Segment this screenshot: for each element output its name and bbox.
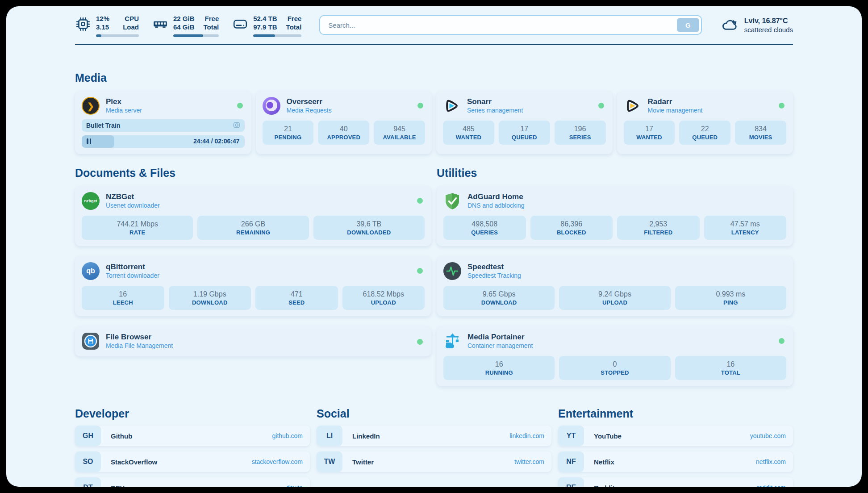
bookmark-abbr: NF — [558, 451, 584, 472]
bookmark-github[interactable]: GH Github github.com — [75, 426, 310, 446]
search-bar: G — [319, 15, 701, 35]
cpu-icon — [75, 16, 91, 32]
bookmark-name: Twitter — [352, 458, 374, 466]
nzbget-icon: nzbget — [82, 192, 100, 210]
bookmark-name: Reddit — [594, 484, 615, 487]
status-dot — [417, 339, 423, 345]
stat-tile: 834MOVIES — [735, 121, 786, 145]
status-dot — [417, 268, 423, 274]
bookmark-youtube[interactable]: YT YouTube youtube.com — [558, 426, 793, 446]
bookmark-url: twitter.com — [514, 458, 544, 465]
bookmark-netflix[interactable]: NF Netflix netflix.com — [558, 451, 793, 472]
bookmark-linkedin[interactable]: LI LinkedIn linkedin.com — [317, 426, 551, 446]
weather-widget: Lviv, 16.87°C scattered clouds — [721, 16, 793, 34]
stat-tile: 1.19 GbpsDOWNLOAD — [169, 286, 251, 310]
stat-label: STOPPED — [562, 369, 668, 377]
stat-tile: 17QUEUED — [499, 121, 550, 145]
section-title-developer: Developer — [75, 407, 310, 420]
bookmark-abbr: DT — [75, 477, 101, 487]
cpu-label-1: CPU — [125, 14, 139, 23]
stat-tile: 40APPROVED — [318, 121, 369, 145]
app-subtitle: Media server — [106, 106, 142, 115]
app-title: Media Portainer — [467, 332, 533, 342]
stat-tile: 47.57 msLATENCY — [704, 216, 787, 240]
cpu-progress-fill — [96, 34, 101, 37]
cpu-progress — [96, 34, 139, 37]
stat-label: REMAINING — [200, 229, 306, 237]
app-card-portainer[interactable]: Media Portainer Container management 16R… — [437, 326, 793, 386]
stat-value: 21 — [265, 124, 311, 134]
stat-value: 40 — [321, 124, 367, 134]
weather-condition: scattered clouds — [744, 25, 793, 34]
app-card-overseerr[interactable]: Overseerr Media Requests 21PENDING 40APP… — [256, 91, 432, 154]
app-card-speedtest[interactable]: Speedtest Speedtest Tracking 9.65 GbpsDO… — [437, 256, 793, 316]
ram-widget: 22 GiBFree 64 GiBTotal — [152, 14, 219, 37]
stat-tile: 86,396BLOCKED — [530, 216, 613, 240]
stat-label: TOTAL — [678, 369, 784, 377]
bookmark-abbr: GH — [75, 426, 101, 446]
stat-label: DOWNLOADED — [316, 229, 422, 237]
stat-label: SERIES — [557, 134, 603, 142]
bookmark-url: dev.to — [286, 484, 303, 487]
bookmark-name: Github — [111, 432, 132, 440]
utilities-column: Utilities AdGuard Home DNS and adblockin… — [437, 166, 793, 386]
search-engine-button[interactable]: G — [677, 18, 699, 32]
overseerr-icon — [263, 97, 280, 115]
stat-label: UPLOAD — [345, 299, 422, 307]
bookmark-url: github.com — [272, 432, 303, 439]
app-card-adguard[interactable]: AdGuard Home DNS and adblocking 498,508Q… — [437, 186, 793, 246]
stat-value: 266 GB — [200, 219, 306, 229]
camera-icon — [233, 121, 240, 130]
stat-tile: 0STOPPED — [559, 356, 670, 380]
portainer-icon — [443, 332, 461, 350]
app-card-sonarr[interactable]: Sonarr Series management 485WANTED 17QUE… — [436, 91, 613, 154]
stat-label: RUNNING — [446, 369, 552, 377]
ram-progress — [173, 34, 219, 37]
bookmark-stackoverflow[interactable]: SO StackOverflow stackoverflow.com — [75, 451, 310, 472]
stat-tile: 471SEED — [255, 286, 338, 310]
stat-tile: 945AVAILABLE — [374, 121, 425, 145]
plex-icon: ❯ — [82, 97, 100, 115]
stat-value: 16 — [678, 359, 784, 369]
stat-label: SEED — [258, 299, 335, 307]
app-card-qbittorrent[interactable]: qb qBittorrent Torrent downloader 16LEEC… — [75, 256, 431, 316]
status-dot — [779, 103, 785, 109]
app-subtitle: Media File Management — [106, 342, 173, 350]
stat-tile: 39.6 TBDOWNLOADED — [313, 216, 425, 240]
stat-value: 498,508 — [446, 219, 523, 229]
bookmark-reddit[interactable]: RE Reddit reddit.com — [558, 477, 793, 487]
disk-progress — [253, 34, 301, 37]
media-cards-row: ❯ Plex Media server Bullet Train 24:44 / — [75, 91, 793, 154]
stat-value: 744.21 Mbps — [84, 219, 190, 229]
stat-tile: 498,508QUERIES — [443, 216, 526, 240]
bookmark-url: netflix.com — [756, 458, 786, 465]
bookmark-url: reddit.com — [757, 484, 786, 487]
disk-icon — [232, 16, 248, 32]
stat-label: LEECH — [84, 299, 162, 307]
status-dot — [417, 198, 423, 204]
app-subtitle: Movie management — [648, 106, 703, 115]
stat-tile: 22QUEUED — [679, 121, 730, 145]
app-title: Plex — [106, 97, 142, 106]
search-input[interactable] — [320, 21, 676, 29]
app-card-plex[interactable]: ❯ Plex Media server Bullet Train 24:44 / — [75, 91, 251, 154]
app-title: Sonarr — [467, 97, 523, 106]
bookmark-dev[interactable]: DT DEV dev.to — [75, 477, 310, 487]
stat-label: PING — [678, 299, 784, 307]
app-card-nzbget[interactable]: nzbget NZBGet Usenet downloader 744.21 M… — [75, 186, 431, 246]
bookmark-name: LinkedIn — [352, 432, 380, 440]
stat-tile: 0.993 msPING — [675, 286, 786, 310]
bookmark-name: YouTube — [594, 432, 622, 440]
disk-label-1: Free — [288, 14, 302, 23]
system-widgets: 12%CPU 3.15Load 22 GiBFree 64 GiBTotal — [75, 14, 301, 37]
app-title: NZBGet — [106, 192, 160, 201]
stat-label: DOWNLOAD — [171, 299, 249, 307]
stat-value: 9.65 Gbps — [446, 289, 552, 299]
weather-location-temp: Lviv, 16.87°C — [744, 16, 793, 25]
app-card-radarr[interactable]: Radarr Movie management 17WANTED 22QUEUE… — [617, 91, 793, 154]
stat-label: QUERIES — [446, 229, 523, 237]
bookmark-twitter[interactable]: TW Twitter twitter.com — [317, 451, 551, 472]
bookmark-url: youtube.com — [750, 432, 786, 439]
stat-label: QUEUED — [501, 134, 547, 142]
app-card-filebrowser[interactable]: File Browser Media File Management — [75, 326, 431, 356]
